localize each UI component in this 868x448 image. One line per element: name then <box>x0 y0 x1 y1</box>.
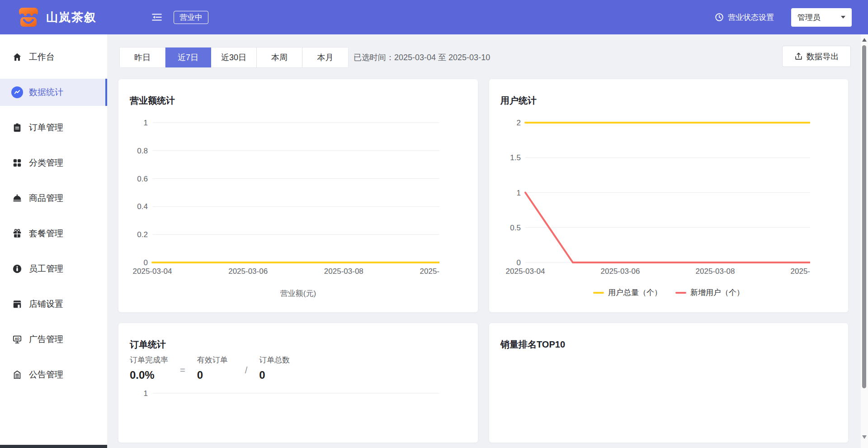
scrollbar-thumb[interactable] <box>862 45 866 388</box>
revenue-statistics-card: 营业额统计 00.20.40.60.812025-03-042025-03-06… <box>118 79 478 312</box>
sidebar-item-statistics[interactable]: 数据统计 <box>0 79 107 106</box>
tab-yesterday[interactable]: 昨日 <box>120 48 165 67</box>
sidebar-item-employees[interactable]: 员工管理 <box>0 255 107 282</box>
card-title: 销量排名TOP10 <box>500 338 565 351</box>
combo-icon <box>11 228 23 239</box>
vertical-scrollbar[interactable] <box>861 34 868 448</box>
svg-text:2: 2 <box>517 119 521 127</box>
data-export-button[interactable]: 数据导出 <box>782 46 851 67</box>
users-line-chart: 00.511.522025-03-042025-03-062025-03-082… <box>498 111 810 310</box>
sidebar-item-workbench[interactable]: 工作台 <box>0 43 107 71</box>
user-menu-label: 管理员 <box>797 12 821 23</box>
employee-icon <box>11 263 23 275</box>
clock-icon <box>714 12 724 22</box>
sidebar-item-label: 数据统计 <box>29 86 63 98</box>
sidebar-item-label: 订单管理 <box>29 122 63 133</box>
notice-icon <box>11 369 23 381</box>
shop-icon <box>11 298 23 310</box>
svg-text:0.6: 0.6 <box>137 175 148 183</box>
svg-text:2025-03-10: 2025-03-10 <box>791 267 810 276</box>
svg-text:0.8: 0.8 <box>137 147 148 155</box>
scroll-up-icon[interactable] <box>862 38 867 42</box>
sidebar-item-products[interactable]: 商品管理 <box>0 185 107 212</box>
card-title: 营业额统计 <box>130 95 175 107</box>
svg-text:0: 0 <box>144 258 148 267</box>
sidebar-item-notices[interactable]: 公告管理 <box>0 361 107 388</box>
user-menu-dropdown[interactable]: 管理员 <box>791 8 852 27</box>
sidebar-item-label: 工作台 <box>29 51 55 63</box>
tab-last7days[interactable]: 近7日 <box>165 48 211 67</box>
svg-text:0.2: 0.2 <box>137 230 148 239</box>
tab-this-month[interactable]: 本月 <box>302 48 348 67</box>
sidebar-item-label: 员工管理 <box>29 263 63 275</box>
divide-sign: / <box>245 361 248 376</box>
svg-text:2025-03-04: 2025-03-04 <box>133 267 172 276</box>
ad-icon: AD <box>11 334 23 345</box>
sidebar-item-label: 广告管理 <box>29 334 63 345</box>
chevron-down-icon <box>841 16 845 19</box>
sidebar-item-combos[interactable]: 套餐管理 <box>0 220 107 247</box>
export-icon <box>794 52 803 61</box>
user-statistics-card: 用户统计 00.511.522025-03-042025-03-062025-0… <box>489 79 848 312</box>
svg-text:0.4: 0.4 <box>137 202 148 211</box>
svg-text:2025-03-08: 2025-03-08 <box>696 267 735 276</box>
menu-fold-icon[interactable] <box>150 10 164 24</box>
selected-time-text: 已选时间：2025-03-04 至 2025-03-10 <box>354 47 490 68</box>
sidebar-item-categories[interactable]: 分类管理 <box>0 149 107 176</box>
legend-dash-icon <box>675 292 686 294</box>
legend-dash-icon <box>593 292 604 294</box>
svg-text:0.5: 0.5 <box>510 224 521 232</box>
svg-text:AD: AD <box>15 337 20 341</box>
status-badge: 营业中 <box>174 11 208 24</box>
sidebar-item-shop-settings[interactable]: 店铺设置 <box>0 291 107 318</box>
tab-last30days[interactable]: 近30日 <box>211 48 257 67</box>
sidebar-item-label: 商品管理 <box>29 192 63 204</box>
category-icon <box>11 157 23 169</box>
app-header: 山岚茶叙 营业中 营业状态设置 管理员 <box>0 0 868 34</box>
orders-line-chart: 10.80.60.40.202025-03-042025-03-062025-0… <box>127 377 439 443</box>
revenue-line-chart: 00.20.40.60.812025-03-042025-03-062025-0… <box>127 111 439 310</box>
bottom-dark-bar <box>0 445 107 448</box>
legend-item-new-users[interactable]: 新增用户（个） <box>675 287 744 298</box>
business-status-setting-button[interactable]: 营业状态设置 <box>714 12 774 23</box>
app-root: 山岚茶叙 营业中 营业状态设置 管理员 <box>0 0 868 448</box>
svg-text:2025-03-06: 2025-03-06 <box>228 267 268 276</box>
svg-text:2025-03-10: 2025-03-10 <box>420 267 439 276</box>
tab-this-week[interactable]: 本周 <box>257 48 302 67</box>
sidebar: 工作台 数据统计 订单管理 <box>0 34 107 445</box>
card-title: 订单统计 <box>130 338 166 351</box>
brand-name: 山岚茶叙 <box>46 10 97 25</box>
svg-text:1: 1 <box>517 189 521 197</box>
date-range-tabs: 昨日 近7日 近30日 本周 本月 <box>119 47 349 68</box>
equals-sign: = <box>180 361 185 376</box>
order-icon <box>11 122 23 133</box>
card-title: 用户统计 <box>500 95 537 107</box>
svg-text:1: 1 <box>144 389 148 398</box>
sidebar-item-ads[interactable]: AD 广告管理 <box>0 326 107 353</box>
home-icon <box>11 51 23 63</box>
sidebar-item-label: 公告管理 <box>29 369 63 381</box>
order-statistics-card: 订单统计 订单完成率 0.0% = 有效订单 0 / 订单总数 0 10.80.… <box>118 323 478 443</box>
svg-text:2025-03-08: 2025-03-08 <box>324 267 363 276</box>
sidebar-item-orders[interactable]: 订单管理 <box>0 114 107 141</box>
legend-item-total-users[interactable]: 用户总量（个） <box>593 287 662 298</box>
sidebar-item-label: 分类管理 <box>29 157 63 169</box>
scroll-down-icon[interactable] <box>862 435 867 439</box>
sidebar-item-label: 套餐管理 <box>29 228 63 239</box>
revenue-axis-name: 营业额(元) <box>118 288 478 299</box>
chart-icon <box>11 86 23 98</box>
dish-icon <box>11 192 23 204</box>
svg-text:2025-03-04: 2025-03-04 <box>506 267 545 276</box>
svg-text:0: 0 <box>517 258 521 267</box>
svg-text:2025-03-06: 2025-03-06 <box>601 267 640 276</box>
users-chart-legend: 用户总量（个） 新增用户（个） <box>489 287 848 298</box>
svg-text:1.5: 1.5 <box>510 153 521 162</box>
brand-logo-icon <box>16 5 41 29</box>
sales-ranking-card: 销量排名TOP10 <box>489 323 848 443</box>
svg-text:1: 1 <box>144 119 148 127</box>
sidebar-item-label: 店铺设置 <box>29 298 63 310</box>
